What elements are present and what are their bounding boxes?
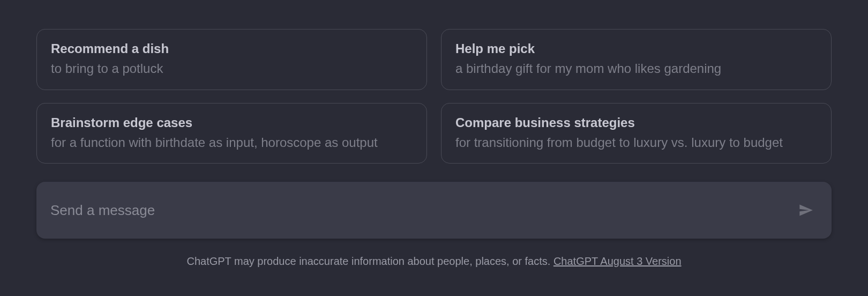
suggestion-subtitle: for transitioning from budget to luxury … [455,134,817,151]
suggestion-card-compare-business-strategies[interactable]: Compare business strategies for transiti… [441,103,832,164]
footer-disclaimer: ChatGPT may produce inaccurate informati… [36,254,832,269]
suggestion-title: Recommend a dish [51,40,413,57]
suggestions-grid: Recommend a dish to bring to a potluck H… [36,29,832,164]
suggestion-title: Compare business strategies [455,114,817,131]
suggestion-card-recommend-dish[interactable]: Recommend a dish to bring to a potluck [36,29,427,90]
suggestion-subtitle: for a function with birthdate as input, … [51,134,413,151]
suggestion-subtitle: a birthday gift for my mom who likes gar… [455,60,817,77]
suggestion-subtitle: to bring to a potluck [51,60,413,77]
version-link[interactable]: ChatGPT August 3 Version [553,255,682,267]
footer-text: ChatGPT may produce inaccurate informati… [186,255,553,267]
message-input-container [36,182,832,239]
send-icon [798,203,813,218]
suggestion-title: Help me pick [455,40,817,57]
suggestion-card-brainstorm-edge-cases[interactable]: Brainstorm edge cases for a function wit… [36,103,427,164]
send-button[interactable] [794,198,818,222]
suggestion-card-help-me-pick[interactable]: Help me pick a birthday gift for my mom … [441,29,832,90]
message-input[interactable] [50,202,794,219]
suggestion-title: Brainstorm edge cases [51,114,413,131]
